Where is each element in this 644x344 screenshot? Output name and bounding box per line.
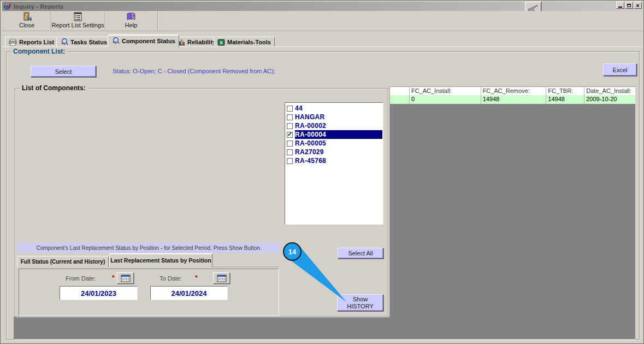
list-item-label: RA27029 xyxy=(295,148,382,156)
svg-text:X: X xyxy=(220,40,223,45)
window-controls: × xyxy=(616,2,642,9)
from-date-label: From Date: xyxy=(66,275,96,282)
replacement-info-message: Component's Last Replacement Status by P… xyxy=(17,243,280,253)
checkbox-icon[interactable] xyxy=(287,106,293,112)
close-icon: × xyxy=(636,3,639,8)
magnifier-icon xyxy=(111,37,120,45)
subtab-label: Full Status (Current and History) xyxy=(21,259,105,265)
report-list-settings-button[interactable]: Report List Settings xyxy=(51,11,104,31)
list-item[interactable]: HANGAR xyxy=(286,113,382,121)
restore-icon xyxy=(627,4,631,7)
list-item[interactable]: 44 xyxy=(286,104,382,113)
list-item[interactable]: RA-00004 xyxy=(286,130,382,139)
tab-baseline xyxy=(2,46,643,47)
subtab-label: Last Replacement Status by Position xyxy=(110,257,211,264)
list-item-label: HANGAR xyxy=(295,113,382,121)
from-date-value: 24/01/2023 xyxy=(81,289,116,298)
grid-header-cell: FC_TBR: xyxy=(546,87,584,96)
app-icon xyxy=(4,3,11,10)
grid-cell: 14948 xyxy=(481,95,547,104)
list-item-label: RA-00005 xyxy=(295,139,382,148)
close-button[interactable]: Close xyxy=(3,11,50,31)
svg-text:?: ? xyxy=(132,14,135,19)
callout-number: 14 xyxy=(288,248,297,256)
list-item-label: RA-45768 xyxy=(295,156,382,165)
app-window: { "window": { "title": "Inquiry - Report… xyxy=(0,0,644,344)
excel-button[interactable]: Excel xyxy=(603,63,637,76)
close-button-label: Close xyxy=(19,22,34,28)
excel-button-label: Excel xyxy=(613,67,628,73)
results-grid-empty-area xyxy=(14,317,635,340)
checkbox-icon[interactable] xyxy=(287,132,293,138)
tab-label: Reports List xyxy=(19,39,54,45)
from-date-calendar-button[interactable] xyxy=(117,272,134,284)
list-item-label: RA-00004 xyxy=(295,130,382,139)
report-list-settings-label: Report List Settings xyxy=(52,22,104,28)
subtab-last-replacement[interactable]: Last Replacement Status by Position xyxy=(109,253,212,267)
select-button[interactable]: Select xyxy=(31,66,96,77)
checkbox-icon[interactable] xyxy=(287,158,293,164)
window-title: Inquiry - Reports xyxy=(14,3,63,10)
main-toolbar: Close Report List Settings ? Help xyxy=(2,11,643,31)
minimize-button[interactable] xyxy=(616,2,624,9)
restore-button[interactable] xyxy=(625,2,633,9)
tab-label: Materials-Tools xyxy=(227,39,271,45)
list-item-label: RA-00002 xyxy=(295,121,382,130)
to-date-label: To Date: xyxy=(159,275,182,282)
printer-icon xyxy=(9,39,17,46)
tab-label: Component Status xyxy=(122,38,175,44)
tab-reports-list[interactable]: Reports List xyxy=(5,37,58,47)
subtab-baseline xyxy=(212,266,278,267)
grid-header-cell: FC_AC_Remove: xyxy=(481,87,547,96)
exit-door-icon xyxy=(22,12,32,21)
help-button[interactable]: ? Help xyxy=(105,11,157,31)
component-listbox[interactable]: 44 HANGAR RA-00002 RA-00004 RA-00005 RA2… xyxy=(285,102,383,225)
checkbox-icon[interactable] xyxy=(287,123,293,129)
grid-cell: 2009-10-20 xyxy=(584,95,635,104)
date-range-panel: From Date: * 24/01/2023 To Date: * 24/01… xyxy=(19,269,279,316)
annotation-callout-14: 14 xyxy=(276,237,367,306)
calendar-icon xyxy=(121,275,131,282)
component-list-group-label: Component List: xyxy=(11,48,67,55)
list-item-label: 44 xyxy=(295,104,382,113)
close-window-button[interactable]: × xyxy=(634,2,642,9)
to-date-field[interactable]: 24/01/2024 xyxy=(150,286,228,300)
grid-cell: 14948 xyxy=(546,95,584,104)
title-bar: Inquiry - Reports xyxy=(2,2,643,11)
toolbar-separator xyxy=(157,11,158,30)
help-book-icon: ? xyxy=(126,12,136,21)
checkbox-icon[interactable] xyxy=(287,141,293,147)
results-grid-header: FC_AC_Install: FC_AC_Remove: FC_TBR: Dat… xyxy=(389,86,635,96)
to-date-value: 24/01/2024 xyxy=(171,289,206,298)
checkbox-icon[interactable] xyxy=(287,149,293,155)
tab-tasks-status[interactable]: Tasks Status xyxy=(56,37,111,47)
minimize-icon xyxy=(618,7,622,8)
grid-header-cell: Date_AC_Install: xyxy=(584,87,635,96)
subtab-full-status[interactable]: Full Status (Current and History) xyxy=(17,256,109,267)
grid-cell: 0 xyxy=(410,95,481,104)
tab-materials-tools[interactable]: X Materials-Tools xyxy=(214,37,275,47)
magnifier-icon xyxy=(60,38,68,46)
checkbox-icon[interactable] xyxy=(287,114,293,120)
tab-reliability[interactable]: Reliability xyxy=(174,37,220,47)
list-item[interactable]: RA27029 xyxy=(286,148,382,156)
list-item[interactable]: RA-00002 xyxy=(286,121,382,130)
tab-label: Tasks Status xyxy=(70,39,107,45)
from-date-required-marker: * xyxy=(112,274,115,282)
status-legend-text: Status: O-Open; C - Closed (Component Re… xyxy=(113,68,275,74)
excel-icon: X xyxy=(217,39,225,46)
results-grid-row[interactable]: 0 14948 14948 2009-10-20 xyxy=(389,95,635,104)
tab-label: Reliability xyxy=(187,39,216,45)
grid-header-cell xyxy=(390,87,410,96)
report-list-icon xyxy=(73,12,82,21)
list-item[interactable]: RA-45768 xyxy=(286,156,382,165)
to-date-calendar-button[interactable] xyxy=(213,272,230,284)
help-button-label: Help xyxy=(125,22,138,28)
grid-cell xyxy=(390,95,410,104)
select-button-label: Select xyxy=(55,68,72,75)
list-item[interactable]: RA-00005 xyxy=(286,139,382,148)
to-date-required-marker: * xyxy=(195,274,198,282)
list-of-components-group-label: List of Components: xyxy=(20,84,88,92)
from-date-field[interactable]: 24/01/2023 xyxy=(60,286,138,300)
tab-component-status[interactable]: Component Status xyxy=(108,34,179,47)
